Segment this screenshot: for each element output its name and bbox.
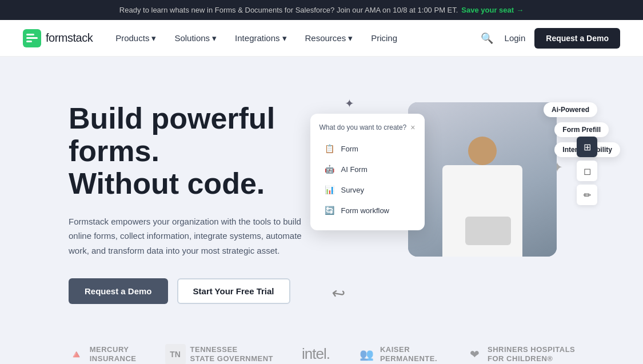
logo-kaiser: 👥 KAISERPERMANENTE. — [358, 345, 437, 363]
floating-form-card: What do you want to create? × 📋 Form 🤖 A… — [310, 114, 425, 230]
hero-title: Build powerful forms. Without code. — [69, 102, 333, 201]
svg-rect-1 — [26, 34, 34, 35]
login-button[interactable]: Login — [505, 33, 526, 43]
hero-section: Build powerful forms. Without code. Form… — [0, 57, 643, 327]
kaiser-logo-icon: 👥 — [358, 346, 376, 363]
nav-solutions[interactable]: Solutions ▾ — [174, 33, 217, 43]
hero-subtitle: Formstack empowers your organization wit… — [69, 214, 320, 258]
form-icon: 📋 — [324, 143, 336, 154]
sidebar-icon-copy[interactable]: ⊞ — [577, 137, 597, 157]
sparkle-icon-1: ✦ — [345, 97, 354, 110]
sidebar-icon-edit[interactable]: ✏ — [577, 185, 597, 205]
sidebar-icons: ⊞ ◻ ✏ — [577, 137, 597, 205]
mercury-logo-icon: 🔺 — [68, 346, 85, 363]
chevron-down-icon: ▾ — [348, 33, 353, 43]
announcement-text: Ready to learn whats new in Forms & Docu… — [119, 6, 458, 14]
ai-form-icon: 🤖 — [324, 163, 336, 175]
chevron-down-icon: ▾ — [151, 33, 156, 43]
announcement-bar: Ready to learn whats new in Forms & Docu… — [0, 0, 643, 20]
hero-demo-button[interactable]: Request a Demo — [69, 278, 168, 304]
hero-buttons: Request a Demo Start Your Free Trial ↩ — [69, 278, 333, 304]
logo-shriners: ❤ Shriners Hospitalsfor Children® — [466, 345, 575, 363]
search-button[interactable]: 🔍 — [478, 30, 496, 47]
nav-links: Products ▾ Solutions ▾ Integrations ▾ Re… — [115, 33, 478, 43]
nav-actions: 🔍 Login Request a Demo — [478, 28, 620, 49]
chevron-down-icon: ▾ — [282, 33, 287, 43]
floating-card-header: What do you want to create? × — [319, 123, 416, 132]
navbar: formstack Products ▾ Solutions ▾ Integra… — [0, 20, 643, 57]
svg-rect-2 — [26, 37, 38, 39]
floating-card-title: What do you want to create? — [319, 123, 407, 131]
tennessee-logo-text: TennesseeState Government — [190, 345, 273, 363]
survey-icon: 📊 — [324, 184, 336, 195]
close-icon[interactable]: × — [410, 123, 415, 132]
tag-ai-powered: Ai-Powered — [544, 102, 597, 117]
card-option-ai-form[interactable]: 🤖 AI Form — [319, 159, 416, 179]
logo-link[interactable]: formstack — [23, 29, 93, 47]
logo-mercury: 🔺 MERCURYINSURANCE — [68, 345, 137, 363]
hero-right: ✦ ✦ What do you want to create? × 📋 Form… — [333, 91, 598, 274]
svg-rect-3 — [26, 41, 32, 42]
hero-trial-button[interactable]: Start Your Free Trial — [177, 278, 290, 304]
shriners-logo-icon: ❤ — [466, 346, 483, 363]
card-option-form[interactable]: 📋 Form — [319, 139, 416, 158]
tag-form-prefill: Form Prefill — [554, 122, 609, 137]
sidebar-icon-page[interactable]: ◻ — [577, 161, 597, 181]
request-demo-button[interactable]: Request a Demo — [534, 28, 620, 49]
person-image-inner — [408, 102, 557, 257]
workflow-icon: 🔄 — [324, 205, 336, 216]
tennessee-logo-icon: TN — [165, 344, 186, 364]
card-option-workflow[interactable]: 🔄 Form workflow — [319, 201, 416, 220]
logos-section: 🔺 MERCURYINSURANCE TN TennesseeState Gov… — [0, 327, 643, 364]
logo-intel: intel. — [302, 345, 330, 363]
nav-pricing[interactable]: Pricing — [371, 33, 397, 43]
nav-integrations[interactable]: Integrations ▾ — [235, 33, 286, 43]
card-option-survey[interactable]: 📊 Survey — [319, 180, 416, 199]
nav-resources[interactable]: Resources ▾ — [305, 33, 353, 43]
formstack-logo-icon — [23, 29, 41, 47]
chevron-down-icon: ▾ — [212, 33, 217, 43]
nav-products[interactable]: Products ▾ — [115, 33, 156, 43]
kaiser-logo-text: KAISERPERMANENTE. — [380, 345, 437, 363]
hero-person-image — [408, 102, 557, 257]
intel-logo-text: intel. — [302, 345, 330, 363]
announcement-cta[interactable]: Save your seat → — [461, 6, 524, 14]
arrow-decoration: ↩ — [330, 283, 346, 303]
mercury-logo-text: MERCURYINSURANCE — [90, 345, 137, 363]
hero-left: Build powerful forms. Without code. Form… — [69, 91, 333, 304]
search-icon: 🔍 — [481, 33, 493, 44]
shriners-logo-text: Shriners Hospitalsfor Children® — [488, 345, 575, 363]
logo-tennessee: TN TennesseeState Government — [165, 344, 273, 364]
logo-text: formstack — [46, 31, 93, 45]
